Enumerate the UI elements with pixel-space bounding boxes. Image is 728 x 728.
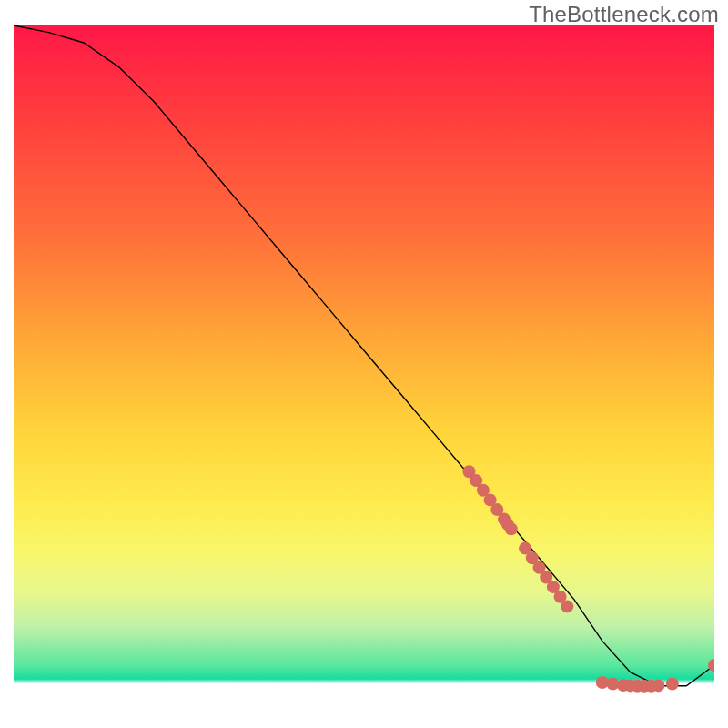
- chart-overlay-svg: [14, 25, 714, 717]
- highlight-dot: [652, 679, 664, 692]
- highlight-dots-layer: [463, 465, 715, 693]
- plot-area: [14, 25, 714, 717]
- chart-stage: TheBottleneck.com: [0, 0, 728, 728]
- bottleneck-curve: [14, 25, 714, 686]
- watermark-label: TheBottleneck.com: [529, 2, 719, 27]
- highlight-dot: [561, 600, 573, 612]
- highlight-dot: [505, 522, 518, 535]
- highlight-dot: [666, 678, 679, 691]
